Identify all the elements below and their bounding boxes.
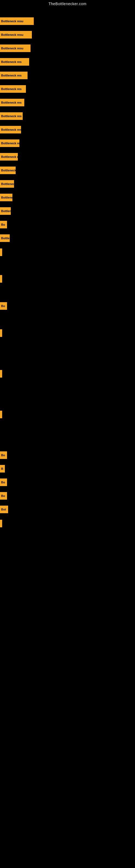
bar-label: Bottleneck res (0, 72, 28, 79)
bar-label: Bo (0, 221, 7, 228)
bar-row (0, 248, 2, 256)
bar-label: Bottleneck resu (0, 31, 32, 38)
bar-row: B (0, 465, 5, 472)
bar-row: Bottleneck resu (0, 31, 32, 38)
bar-label: Bottleneck resu (0, 18, 34, 25)
bar-row: Bottleneck re (0, 153, 18, 161)
bar-row: Bottleneck r (0, 166, 16, 174)
bar-label: Bottleneck res (0, 140, 19, 147)
bar-row: Bottle (0, 235, 10, 242)
bar-row (0, 329, 2, 337)
bar-label: Bottleneck r (0, 194, 12, 201)
bar-label (0, 411, 2, 418)
bar-row: Bottleneck res (0, 99, 24, 106)
bar-label: Bottleneck res (0, 112, 23, 120)
bar-label: Bot (0, 506, 8, 513)
bar-label: Bottleneck res (0, 99, 24, 106)
bar-label: Bottleneck res (0, 85, 26, 93)
bar-label: B (0, 465, 5, 472)
bar-row: Bo (0, 221, 7, 228)
bar-label: Bo (0, 452, 7, 459)
bar-label: Bottleneck res (0, 126, 21, 133)
bar-row: Bottleneck r (0, 194, 12, 201)
chart-area: Bottleneck resuBottleneck resuBottleneck… (0, 12, 135, 868)
bar-row: Bottleneck res (0, 58, 29, 66)
bar-row (0, 520, 2, 527)
bar-label (0, 329, 2, 337)
bar-label: Bo (0, 492, 7, 500)
bar-label (0, 248, 2, 256)
bar-row: Bo (0, 302, 7, 310)
bar-row (0, 411, 2, 418)
bar-label: Bo (0, 302, 7, 310)
bar-row: Bot (0, 506, 8, 513)
bar-label: Bottlen (0, 207, 11, 215)
bar-row: Bo (0, 478, 7, 486)
bar-label: Bottleneck re (0, 153, 18, 161)
bar-label (0, 370, 2, 378)
bar-label: Bo (0, 478, 7, 486)
bar-label: Bottle (0, 235, 10, 242)
bar-row: Bottlen (0, 207, 11, 215)
bar-row: Bottleneck res (0, 140, 19, 147)
bar-label: Bottleneck r (0, 166, 16, 174)
bar-label: Bottleneck r (0, 180, 14, 188)
bar-row: Bottleneck res (0, 85, 26, 93)
bar-row: Bottleneck resu (0, 44, 31, 52)
bar-label (0, 520, 2, 527)
bar-row: Bottleneck resu (0, 18, 34, 25)
bar-row: Bottleneck res (0, 72, 28, 79)
bar-row: Bottleneck r (0, 180, 14, 188)
bar-label: Bottleneck res (0, 58, 29, 66)
bar-row: Bottleneck res (0, 112, 23, 120)
bar-row: Bo (0, 452, 7, 459)
bar-row (0, 370, 2, 378)
bar-row: Bottleneck res (0, 126, 21, 133)
site-title: TheBottlenecker.com (0, 0, 135, 7)
bar-label (0, 275, 2, 283)
bar-label: Bottleneck resu (0, 44, 31, 52)
bar-row: Bo (0, 492, 7, 500)
bar-row (0, 275, 2, 283)
